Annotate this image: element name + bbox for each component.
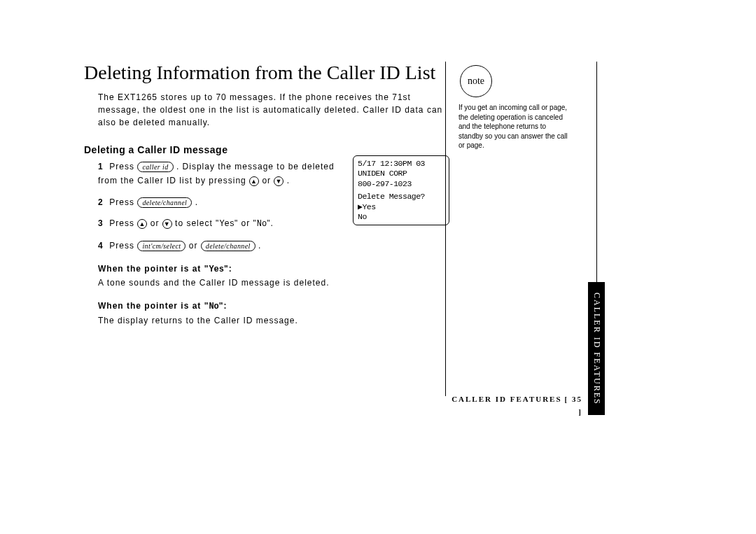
intcm-select-key: int'cm/select	[137, 241, 186, 251]
step-text: " or "	[234, 218, 257, 228]
down-arrow-icon: ▼	[274, 176, 284, 186]
lcd-line: ▶Yes	[358, 202, 444, 212]
note-text: If you get an incoming call or page, the…	[458, 103, 570, 150]
up-arrow-icon: ▲	[249, 176, 259, 186]
up-arrow-icon: ▲	[137, 219, 147, 229]
yes-option: Yes	[219, 219, 234, 229]
step-list: 1 Press caller id . Display the message …	[98, 160, 336, 253]
result-no-body: The display returns to the Caller ID mes…	[98, 316, 298, 325]
step-text: Press	[109, 162, 134, 171]
section-tab: CALLER ID FEATURES	[588, 62, 605, 415]
lcd-line: UNIDEN CORP	[358, 169, 444, 178]
results-block: When the pointer is at "Yes": A tone sou…	[98, 262, 434, 328]
footer-page-number: [ 35 ]	[565, 395, 582, 416]
intro-paragraph: The EXT1265 stores up to 70 messages. If…	[98, 91, 455, 129]
step-text: Press	[109, 218, 134, 228]
no-option: No	[209, 302, 218, 311]
result-no: When the pointer is at "No": The display…	[98, 300, 434, 327]
page-footer: CALLER ID FEATURES [ 35 ]	[445, 392, 585, 417]
step-2: 2 Press delete/channel .	[98, 195, 336, 209]
yes-option: Yes	[209, 265, 224, 274]
step-text: .	[195, 197, 198, 207]
result-no-title: ":	[219, 301, 227, 311]
step-1: 1 Press caller id . Display the message …	[98, 160, 336, 188]
step-4: 4 Press int'cm/select or delete/channel …	[98, 239, 336, 253]
tab-label: CALLER ID FEATURES	[588, 282, 605, 415]
lcd-line: 5/17 12:30PM 03	[358, 159, 444, 169]
step-text: or	[262, 176, 271, 185]
divider-line	[445, 62, 446, 396]
step-number: 3	[98, 216, 106, 230]
delete-channel-key: delete/channel	[201, 241, 255, 251]
step-text: .	[287, 176, 290, 185]
step-text: to select "	[175, 218, 219, 228]
step-text: or	[150, 218, 162, 228]
result-yes: When the pointer is at "Yes": A tone sou…	[98, 262, 434, 290]
lcd-line: Delete Message?	[358, 192, 444, 202]
result-yes-title: ":	[224, 264, 232, 274]
step-text: .	[258, 241, 261, 251]
footer-section: CALLER ID FEATURES	[451, 395, 561, 403]
result-yes-title: When the pointer is at "	[98, 264, 209, 274]
no-option: No	[257, 219, 267, 229]
step-number: 1	[98, 160, 106, 174]
note-icon: note	[460, 65, 492, 97]
step-text: Press	[109, 197, 134, 207]
step-number: 2	[98, 195, 106, 209]
result-no-title: When the pointer is at "	[98, 301, 209, 311]
result-yes-body: A tone sounds and the Caller ID message …	[98, 278, 330, 288]
step-number: 4	[98, 239, 106, 253]
step-text: or	[189, 241, 201, 251]
display-screen: 5/17 12:30PM 03 UNIDEN CORP 800-297-1023…	[353, 155, 449, 225]
caller-id-key: caller id	[137, 162, 173, 172]
note-block: note If you get an incoming call or page…	[458, 65, 578, 150]
step-text: Press	[109, 241, 134, 251]
delete-channel-key: delete/channel	[137, 197, 192, 208]
step-text: ".	[267, 218, 274, 228]
step-3: 3 Press ▲ or ▼ to select "Yes" or "No".	[98, 216, 336, 231]
lcd-line: No	[358, 212, 444, 222]
down-arrow-icon: ▼	[162, 219, 172, 229]
lcd-line: 800-297-1023	[358, 179, 444, 189]
